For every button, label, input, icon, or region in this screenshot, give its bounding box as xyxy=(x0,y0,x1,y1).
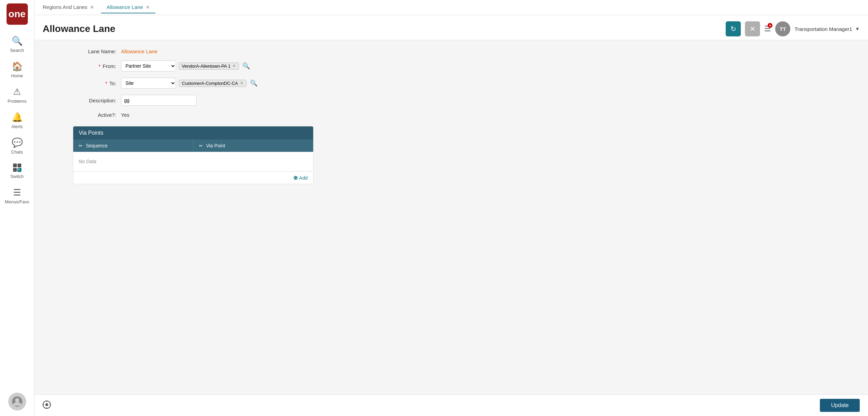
svg-rect-4 xyxy=(18,169,19,170)
to-row: * To: Site Partner Site Zone Region Cust… xyxy=(73,78,314,89)
edit-via-point-icon: ✏ xyxy=(199,143,203,148)
sidebar-item-home[interactable]: 🏠 Home xyxy=(0,57,34,82)
active-value: Yes xyxy=(121,112,129,118)
tab-allowance-lane[interactable]: Allowance Lane ✕ xyxy=(101,1,155,13)
add-icon: ⊕ xyxy=(293,175,298,181)
via-points-section: Via Points ✏ Sequence ✏ Via Point xyxy=(73,126,314,184)
svg-rect-3 xyxy=(18,168,21,172)
sidebar: one 🔍 Search 🏠 Home ⚠ Problems 🔔 Alerts … xyxy=(0,0,34,416)
tab-regions-lanes[interactable]: Regions And Lanes ✕ xyxy=(37,1,100,13)
sidebar-item-menus[interactable]: ☰ Menus/Favs xyxy=(0,183,34,209)
footer: Update xyxy=(34,394,868,416)
via-points-header: Via Points xyxy=(73,126,313,139)
description-input[interactable] xyxy=(121,95,197,106)
from-search-icon: 🔍 xyxy=(242,62,250,70)
user-name-label: Transportation Manager1 xyxy=(794,26,852,32)
user-dropdown-arrow[interactable]: ▼ xyxy=(855,26,860,32)
sidebar-item-alerts[interactable]: 🔔 Alerts xyxy=(0,108,34,133)
form-fields: Lane Name: Allowance Lane * From: Partne… xyxy=(73,48,314,118)
close-tab-allowance-lane[interactable]: ✕ xyxy=(146,5,150,10)
col-header-via-point: ✏ Via Point xyxy=(193,139,313,152)
content-header: Allowance Lane ↻ ✕ ☰ ★ TT Transportation… xyxy=(34,15,868,40)
bell-icon: 🔔 xyxy=(12,112,23,123)
from-tag: VendorA-Allentown-PA 1 ✕ xyxy=(179,63,239,70)
description-row: Description: xyxy=(73,95,314,106)
to-tag: CustomerA-ComptonDC-CA ✕ xyxy=(179,80,246,87)
header-actions: ↻ ✕ ☰ ★ TT Transportation Manager1 ▼ xyxy=(726,21,860,36)
to-label: * To: xyxy=(73,80,121,86)
notification-badge: ★ xyxy=(768,23,772,28)
svg-rect-1 xyxy=(18,164,21,167)
no-data-row: No Data xyxy=(73,152,313,171)
user-avatar-header: TT xyxy=(775,21,790,36)
menu-icon: ☰ xyxy=(13,187,21,198)
tab-bar: Regions And Lanes ✕ Allowance Lane ✕ xyxy=(34,0,868,15)
svg-point-8 xyxy=(45,403,48,406)
from-row: * From: Partner Site Site Zone Region Ve… xyxy=(73,60,314,71)
no-data-cell: No Data xyxy=(73,152,313,171)
footer-help-icon[interactable] xyxy=(43,401,51,411)
lane-name-label: Lane Name: xyxy=(73,48,121,54)
sidebar-item-chats[interactable]: 💬 Chats xyxy=(0,133,34,159)
menu-notifications[interactable]: ☰ ★ xyxy=(764,24,771,33)
chat-icon: 💬 xyxy=(12,137,23,148)
sidebar-item-problems[interactable]: ⚠ Problems xyxy=(0,82,34,108)
warning-icon: ⚠ xyxy=(13,87,21,97)
page-title: Allowance Lane xyxy=(43,23,116,34)
from-search-button[interactable]: 🔍 xyxy=(241,61,251,71)
content-area: Lane Name: Allowance Lane * From: Partne… xyxy=(34,40,868,394)
refresh-icon: ↻ xyxy=(730,25,736,33)
from-tag-close[interactable]: ✕ xyxy=(232,64,236,68)
lane-name-value: Allowance Lane xyxy=(121,48,157,54)
svg-rect-0 xyxy=(13,164,17,167)
col-header-sequence: ✏ Sequence xyxy=(73,139,193,152)
via-points-container: Via Points ✏ Sequence ✏ Via Point xyxy=(73,126,314,184)
active-row: Active?: Yes xyxy=(73,112,314,118)
app-logo[interactable]: one xyxy=(7,3,28,25)
update-button[interactable]: Update xyxy=(820,399,860,412)
switch-icon xyxy=(12,163,22,172)
to-search-button[interactable]: 🔍 xyxy=(249,78,259,88)
close-tab-regions-lanes[interactable]: ✕ xyxy=(90,5,94,10)
search-icon: 🔍 xyxy=(12,36,23,46)
via-points-table: ✏ Sequence ✏ Via Point No Data xyxy=(73,139,313,171)
home-icon: 🏠 xyxy=(12,61,23,72)
user-info: Transportation Manager1 ▼ xyxy=(794,26,860,32)
edit-sequence-icon: ✏ xyxy=(79,143,83,148)
cancel-button[interactable]: ✕ xyxy=(745,21,760,36)
from-select[interactable]: Partner Site Site Zone Region xyxy=(121,60,176,71)
from-label: * From: xyxy=(73,63,121,69)
refresh-button[interactable]: ↻ xyxy=(726,21,741,36)
sidebar-item-switch[interactable]: Switch xyxy=(0,159,34,183)
add-via-point-link[interactable]: ⊕ Add xyxy=(293,175,308,181)
sidebar-item-search[interactable]: 🔍 Search xyxy=(0,32,34,57)
main-content: Regions And Lanes ✕ Allowance Lane ✕ All… xyxy=(34,0,868,416)
cancel-icon: ✕ xyxy=(750,25,756,33)
lane-name-row: Lane Name: Allowance Lane xyxy=(73,48,314,54)
description-label: Description: xyxy=(73,98,121,103)
to-search-icon: 🔍 xyxy=(250,79,257,87)
svg-rect-2 xyxy=(13,168,17,172)
user-avatar-sidebar[interactable] xyxy=(8,393,26,411)
to-tag-close[interactable]: ✕ xyxy=(240,81,243,86)
add-row: ⊕ Add xyxy=(73,171,313,184)
to-select[interactable]: Site Partner Site Zone Region xyxy=(121,78,176,89)
active-label: Active?: xyxy=(73,112,121,118)
svg-point-6 xyxy=(15,398,19,402)
